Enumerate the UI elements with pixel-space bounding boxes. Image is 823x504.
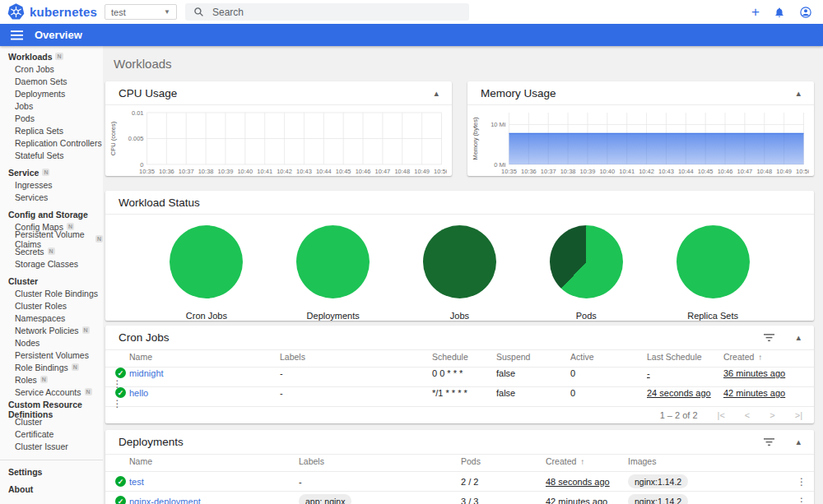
header-cell-labels[interactable]: Labels: [280, 352, 432, 362]
sidebar-item-nodes[interactable]: Nodes: [0, 336, 103, 349]
header-cell-created[interactable]: Created↑: [723, 352, 789, 362]
sidebar-item-services[interactable]: Services: [0, 191, 103, 203]
filter-icon[interactable]: [764, 438, 774, 446]
collapse-caret-icon[interactable]: ▴: [796, 333, 801, 342]
sidebar-item-cron-jobs[interactable]: Cron Jobs: [0, 62, 103, 75]
sidebar-item-storage-classes[interactable]: Storage Classes: [0, 257, 103, 270]
sidebar-item-replication-controllers[interactable]: Replication Controllers: [0, 136, 103, 149]
collapse-caret-icon[interactable]: ▴: [796, 89, 801, 98]
header-cell-schedule[interactable]: Schedule: [432, 352, 496, 362]
created-link[interactable]: 42 minutes ago: [723, 388, 785, 398]
pie-label: Replica Sets: [687, 311, 738, 321]
sidebar-item-role-bindings[interactable]: Role BindingsN: [0, 361, 103, 373]
cronjob-name-link[interactable]: midnight: [129, 368, 280, 378]
labels-cell: app: nginx: [299, 494, 461, 504]
header-cell-images[interactable]: Images: [628, 456, 789, 466]
sidebar-item-label: Role Bindings: [15, 363, 68, 372]
pie-chart[interactable]: [677, 225, 750, 298]
sidebar-item-network-policies[interactable]: Network PoliciesN: [0, 324, 103, 336]
sidebar-group-header-workloads[interactable]: WorkloadsN: [0, 50, 103, 62]
header-cell-labels[interactable]: Labels: [299, 456, 461, 466]
sidebar-item-label: Jobs: [15, 101, 33, 111]
last-schedule-link[interactable]: 24 seconds ago: [647, 388, 711, 398]
sidebar-group-header-cluster[interactable]: Cluster: [0, 275, 103, 287]
last-schedule-cell: 24 seconds ago: [647, 388, 723, 398]
last-page-icon[interactable]: >|: [795, 410, 802, 420]
sidebar-item-replica-sets[interactable]: Replica Sets: [0, 124, 103, 136]
image-chip: nginx:1.14.2: [628, 474, 688, 488]
sidebar-item-deployments[interactable]: Deployments: [0, 87, 103, 99]
previous-page-icon[interactable]: <: [745, 410, 750, 420]
sidebar-item-label: Daemon Sets: [15, 76, 67, 86]
cronjob-name-link[interactable]: hello: [129, 388, 280, 398]
sidebar-item-cluster-roles[interactable]: Cluster Roles: [0, 299, 103, 312]
sidebar-item-namespaces[interactable]: Namespaces: [0, 312, 103, 324]
sidebar-group-header-custom-resource-definitions[interactable]: Custom Resource Definitions: [0, 403, 103, 415]
sidebar-item-settings[interactable]: Settings: [0, 465, 103, 478]
next-page-icon[interactable]: >: [770, 410, 774, 420]
header-cell-pods[interactable]: Pods: [461, 456, 546, 466]
sidebar-group-header-config-and-storage[interactable]: Config and Storage: [0, 208, 103, 220]
sidebar-item-pods[interactable]: Pods: [0, 112, 103, 124]
suspend-cell: false: [496, 368, 570, 378]
hamburger-menu-icon[interactable]: [11, 30, 23, 40]
sidebar-item-persistent-volume-claims[interactable]: Persistent Volume ClaimsN: [0, 233, 103, 245]
sidebar-nav: WorkloadsNCron JobsDaemon SetsDeployment…: [0, 46, 103, 504]
create-resource-button[interactable]: +: [751, 5, 760, 19]
row-menu-kebab-icon[interactable]: ⋮: [105, 398, 129, 409]
sidebar-item-persistent-volumes[interactable]: Persistent Volumes: [0, 349, 103, 361]
sidebar-item-ingresses[interactable]: Ingresses: [0, 178, 103, 191]
sidebar-item-daemon-sets[interactable]: Daemon Sets: [0, 75, 103, 87]
header-cell-name[interactable]: Name: [129, 352, 280, 362]
search-bar[interactable]: [185, 3, 469, 21]
svg-text:10:35: 10:35: [501, 168, 517, 175]
notifications-bell-icon[interactable]: [774, 7, 785, 18]
user-account-icon[interactable]: [799, 6, 812, 19]
sidebar-item-about[interactable]: About: [0, 483, 103, 495]
row-menu-kebab-icon[interactable]: ⋮: [789, 476, 814, 488]
deployment-name-link[interactable]: nginx-deployment: [129, 497, 299, 504]
created-link[interactable]: 42 minutes ago: [546, 497, 607, 504]
sidebar-divider: [0, 460, 103, 460]
header-cell-created[interactable]: Created↑: [546, 456, 628, 466]
deployments-title: Deployments: [119, 436, 764, 448]
table-header-row: NameLabelsScheduleSuspendActiveLast Sche…: [105, 349, 814, 368]
sidebar-item-cluster-issuer[interactable]: Cluster Issuer: [0, 440, 103, 452]
sidebar-item-certificate[interactable]: Certificate: [0, 428, 103, 440]
sidebar-item-service-accounts[interactable]: Service AccountsN: [0, 386, 103, 398]
sidebar-item-roles[interactable]: RolesN: [0, 373, 103, 386]
search-input[interactable]: [212, 7, 426, 18]
pie-chart[interactable]: [296, 225, 370, 298]
last-schedule-link[interactable]: -: [647, 368, 650, 378]
svg-text:10:49: 10:49: [414, 168, 430, 175]
header-cell-last-schedule[interactable]: Last Schedule: [647, 352, 723, 362]
workload-status-card: Workload Status Cron JobsDeploymentsJobs…: [105, 191, 814, 321]
header-cell-suspend[interactable]: Suspend: [496, 352, 570, 362]
sidebar-group-header-service[interactable]: ServiceN: [0, 166, 103, 178]
pie-chart[interactable]: [170, 225, 243, 298]
image-chip: nginx:1.14.2: [628, 494, 688, 504]
pie-label: Deployments: [307, 311, 360, 321]
deployment-name-link[interactable]: test: [129, 477, 299, 487]
first-page-icon[interactable]: |<: [718, 410, 725, 420]
header-cell-name[interactable]: Name: [129, 456, 299, 466]
pie-chart[interactable]: [550, 225, 623, 298]
svg-text:CPU (cores): CPU (cores): [109, 121, 117, 155]
collapse-caret-icon[interactable]: ▴: [796, 437, 801, 446]
column-label: Schedule: [432, 352, 468, 362]
filter-icon[interactable]: [764, 334, 774, 342]
namespace-selector[interactable]: test ▼: [105, 4, 177, 20]
sidebar-item-cluster-role-bindings[interactable]: Cluster Role Bindings: [0, 287, 103, 299]
collapse-caret-icon[interactable]: ▴: [434, 89, 439, 98]
cpu-usage-chart: 10:3510:3610:3710:3810:3910:4010:4110:42…: [105, 105, 452, 180]
sidebar-item-stateful-sets[interactable]: Stateful Sets: [0, 149, 103, 161]
kubernetes-logo[interactable]: kubernetes: [7, 3, 100, 21]
sidebar-item-jobs[interactable]: Jobs: [0, 99, 103, 112]
pie-chart[interactable]: [423, 225, 496, 298]
created-link[interactable]: 36 minutes ago: [723, 368, 785, 378]
main-content: Workloads CPU Usage ▴ 10:3510:3610:3710:…: [103, 46, 823, 504]
row-menu-kebab-icon[interactable]: ⋮: [789, 496, 814, 504]
svg-text:0.01: 0.01: [132, 109, 144, 117]
header-cell-active[interactable]: Active: [570, 352, 647, 362]
created-link[interactable]: 48 seconds ago: [546, 477, 610, 487]
